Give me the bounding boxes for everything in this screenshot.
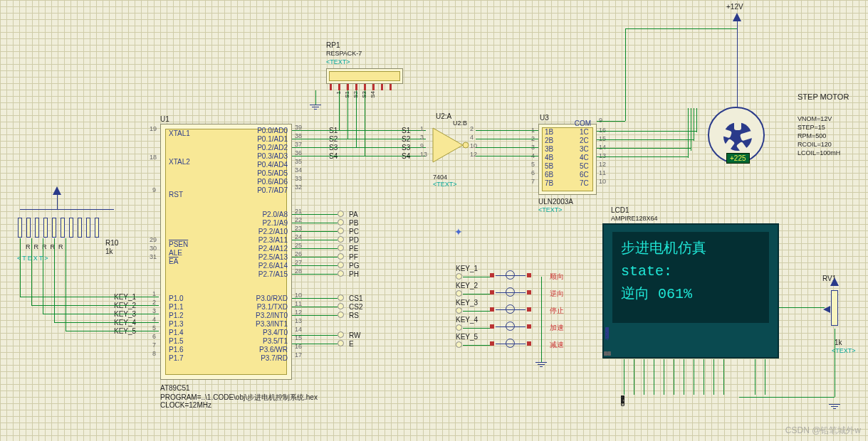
pinno: 10	[470, 142, 477, 149]
pin-p37: P3.7/RD	[248, 354, 288, 362]
lcd-line3: 逆向 061%	[621, 283, 760, 306]
pin-p04: P0.4/AD4	[248, 161, 288, 169]
rp1-pin5: S4	[370, 91, 376, 98]
wire	[292, 265, 338, 266]
wire	[624, 359, 624, 395]
rv1-value: 1k	[835, 339, 842, 346]
rp1-chip[interactable]	[326, 68, 403, 84]
u2-text: <TEXT>	[433, 181, 457, 188]
net-rs: RS	[349, 312, 359, 319]
pin-p26: P2.6/A14	[248, 262, 288, 270]
pin-p06: P0.6/AD6	[248, 178, 288, 186]
u3-text: <TEXT>	[538, 206, 563, 213]
pin	[379, 84, 385, 90]
net-terminal	[338, 331, 344, 338]
step-ref: STEP MOTOR	[798, 92, 849, 101]
pinno: 14	[295, 326, 302, 333]
wire	[694, 359, 694, 395]
pin-p30: P3.0/RXD	[248, 294, 288, 302]
label-12v: +12V	[726, 3, 743, 11]
wire	[66, 238, 66, 331]
pin-p27: P2.7/A15	[248, 270, 288, 278]
wire	[684, 359, 684, 395]
net-terminal	[338, 211, 344, 217]
pinno: 1	[420, 125, 424, 132]
wire	[292, 214, 338, 215]
pin-p22: P2.2/A10	[248, 228, 288, 235]
pinno: 34	[295, 166, 302, 174]
wire	[625, 28, 626, 121]
pin-p13: P1.3	[169, 320, 184, 328]
wire	[20, 238, 21, 297]
wire	[463, 345, 490, 346]
pinno: 4	[470, 134, 474, 141]
watermark: CSDN @铅笔城外w	[785, 425, 861, 437]
wire	[326, 156, 426, 156]
u3-pin: 2B	[545, 137, 553, 144]
pinno: 19	[150, 125, 157, 132]
pushbutton[interactable]	[490, 270, 531, 280]
pinno: 15	[599, 135, 606, 142]
u3-pin: 4C	[580, 154, 589, 161]
power-arrow	[53, 186, 61, 195]
pinno: 6	[531, 169, 535, 176]
wire	[597, 148, 691, 149]
res-text: <TEXT>	[17, 255, 50, 262]
wire	[723, 359, 724, 395]
net-pc: PC	[349, 228, 359, 235]
step-p4: LCOIL=100mH	[798, 149, 840, 156]
wire	[57, 195, 58, 209]
u2-in3: S3	[402, 144, 410, 152]
pin-p20: P2.0/A8	[248, 211, 288, 218]
pinno: 17	[295, 351, 302, 358]
key-c1: KEY_1	[456, 265, 478, 272]
lcd-part: AMPIRE128X64	[611, 215, 658, 222]
u2-part: 7404	[433, 174, 447, 181]
power-arrow	[830, 277, 839, 286]
u3-part: ULN2003A	[538, 198, 573, 206]
svg-point-1	[463, 142, 469, 148]
pin-p03: P0.3/AD3	[248, 152, 288, 160]
u3-pin: 5B	[545, 162, 553, 170]
pin	[345, 84, 351, 90]
r10-value: 1k	[105, 248, 113, 255]
pushbutton[interactable]	[490, 322, 531, 331]
pinno: 13	[420, 151, 427, 158]
lcd-ref: LCD1	[611, 206, 629, 214]
step-p3: RCOIL=120	[798, 141, 832, 148]
resistor-array[interactable]	[16, 218, 101, 239]
pinno: 12	[470, 151, 477, 158]
step-p1: STEP=15	[798, 124, 825, 131]
u3-pin: 7B	[545, 179, 553, 187]
key-c2: KEY_2	[456, 282, 478, 289]
pin-psen: PSEN	[169, 240, 188, 248]
wire	[292, 240, 338, 240]
u2-in1: S1	[402, 127, 410, 134]
pin-p33: P3.3/INT1	[248, 320, 288, 328]
net-terminal	[338, 245, 344, 251]
wire	[463, 311, 490, 312]
net-terminal	[456, 290, 462, 297]
pinno: 9	[152, 186, 156, 193]
svg-marker-0	[433, 128, 463, 162]
u3-pin: 3C	[580, 145, 589, 153]
pin	[387, 84, 394, 90]
pin-p25: P2.5/A13	[248, 253, 288, 261]
r10-ref: R10	[105, 239, 118, 247]
pushbutton[interactable]	[490, 287, 531, 297]
pin-p10: P1.0	[169, 294, 184, 302]
u3-pin: 5C	[580, 162, 589, 170]
pinno: 13	[295, 317, 302, 324]
pinno: 5	[531, 161, 535, 168]
pin-ale: ALE	[169, 249, 182, 257]
pushbutton[interactable]	[490, 304, 531, 314]
btn-label: 停止	[550, 306, 564, 316]
pushbutton[interactable]	[490, 339, 531, 349]
pin-xtal2: XTAL2	[169, 158, 190, 166]
pinno: 2	[470, 125, 474, 132]
rv1-pot[interactable]	[826, 287, 843, 329]
pinno: 10	[599, 178, 606, 185]
pin-p24: P2.4/A12	[248, 245, 288, 253]
net-pd: PD	[349, 236, 359, 244]
u1-clock: CLOCK=12MHz	[160, 401, 211, 409]
